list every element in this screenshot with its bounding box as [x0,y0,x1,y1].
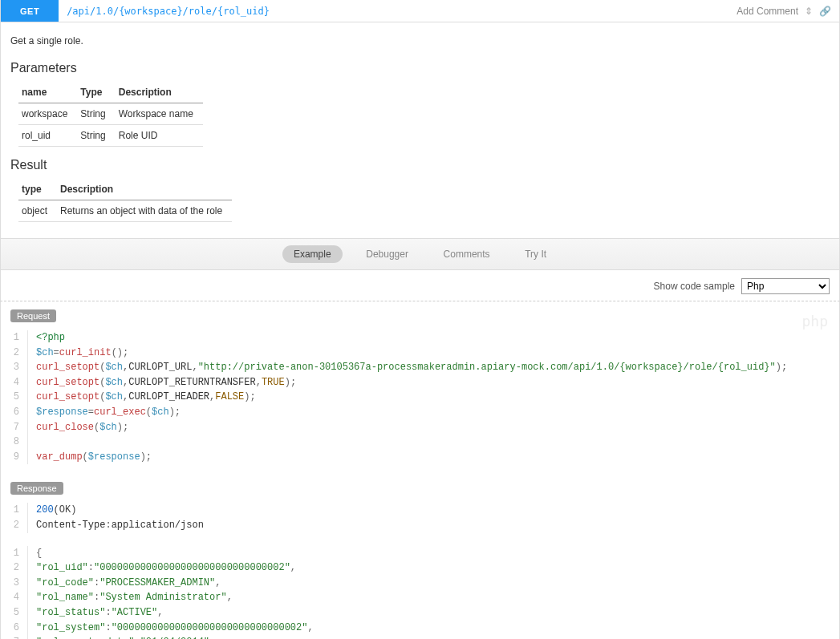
endpoint-body: Get a single role. Parameters name Type … [0,22,840,238]
endpoint-description: Get a single role. [10,35,830,47]
result-header-description: Description [57,179,232,200]
tab-bar: Example Debugger Comments Try It [0,238,840,270]
param-header-description: Description [116,82,203,103]
status-text: OK [59,504,71,516]
table-row: rol_uid String Role UID [18,125,203,147]
language-select[interactable]: Php [741,278,830,294]
param-type: String [77,125,115,147]
table-row: workspace String Workspace name [18,103,203,125]
result-table: type Description object Returns an objec… [18,179,232,222]
collapse-icon[interactable]: ⇕ [805,6,813,17]
result-heading: Result [10,158,830,172]
response-headers-block: 1200 (OK)2Content-Type: application/json [0,499,840,542]
tab-debugger[interactable]: Debugger [355,245,420,263]
http-method-badge: GET [1,0,59,22]
response-label: Response [10,482,63,495]
status-code: 200 [36,503,54,518]
response-body-code: 1{2 "rol_uid": "000000000000000000000000… [10,546,830,639]
param-header-name: name [18,82,77,103]
parameters-heading: Parameters [10,61,830,75]
param-description: Workspace name [116,103,203,125]
request-code: 1<?php2$ch = curl_init();3curl_setopt($c… [10,330,830,464]
response-section: Response [0,474,840,499]
add-comment-link[interactable]: Add Comment [737,6,798,17]
request-url: http://private-anon-30105367a-processmak… [204,362,770,373]
permalink-icon[interactable]: 🔗 [819,6,831,17]
request-code-block: 1<?php2$ch = curl_init();3curl_setopt($c… [0,327,840,474]
param-name: workspace [18,103,77,125]
result-description: Returns an object with data of the role [57,200,232,222]
language-watermark: php [801,313,828,330]
content-type-value: application/json [112,518,204,533]
response-body-block: 1{2 "rol_uid": "000000000000000000000000… [0,543,840,639]
code-sample-label: Show code sample [654,281,735,292]
code-sample-bar: Show code sample Php [0,270,840,301]
param-name: rol_uid [18,125,77,147]
endpoint-path: /api/1.0/{workspace}/role/{rol_uid} [59,6,737,17]
request-label: Request [10,309,56,322]
tab-tryit[interactable]: Try It [513,245,558,263]
tab-comments[interactable]: Comments [432,245,501,263]
header-actions: Add Comment ⇕ 🔗 [737,6,839,17]
content-type-label: Content-Type [36,518,105,533]
result-header-type: type [18,179,57,200]
table-row: object Returns an object with data of th… [18,200,232,222]
endpoint-header: GET /api/1.0/{workspace}/role/{rol_uid} … [0,0,840,22]
param-type: String [77,103,115,125]
result-type: object [18,200,57,222]
tab-example[interactable]: Example [282,245,343,263]
parameters-table: name Type Description workspace String W… [18,82,203,147]
param-header-type: Type [77,82,115,103]
param-description: Role UID [116,125,203,147]
request-section: Request php [0,301,840,327]
response-headers-code: 1200 (OK)2Content-Type: application/json [10,503,830,532]
